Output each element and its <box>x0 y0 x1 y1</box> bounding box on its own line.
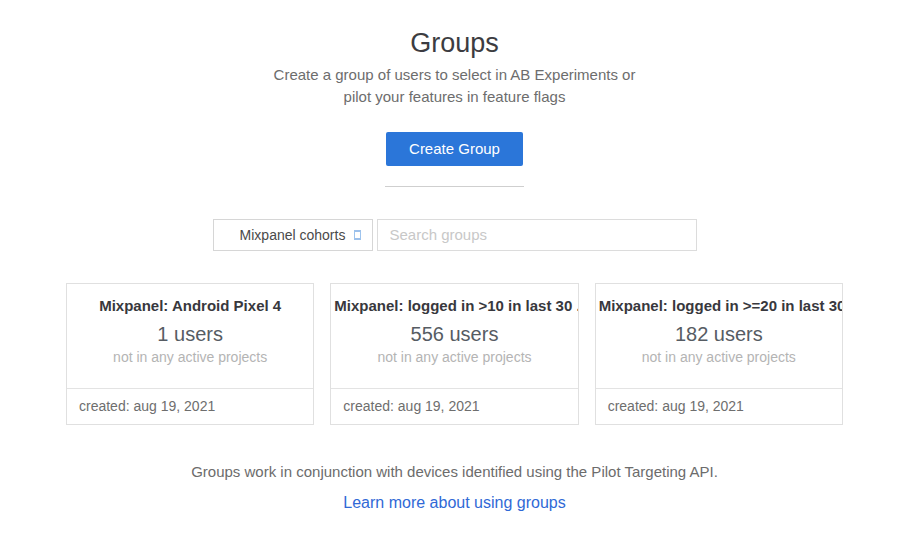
section-divider <box>385 186 524 187</box>
group-card-projects-status: not in any active projects <box>596 349 842 365</box>
group-card-users-count: 182 users <box>596 323 842 346</box>
group-cards-row: Mixpanel: Android Pixel 4 1 users not in… <box>66 283 843 425</box>
group-card-title: Mixpanel: logged in >10 in last 30 ... <box>331 297 577 314</box>
group-card-projects-status: not in any active projects <box>67 349 313 365</box>
footer-link-container: Learn more about using groups <box>0 494 909 512</box>
cohort-source-dropdown[interactable]: Mixpanel cohorts <box>213 219 373 251</box>
group-card-title: Mixpanel: Android Pixel 4 <box>67 297 313 314</box>
group-card-users-count: 556 users <box>331 323 577 346</box>
group-card-body: Mixpanel: logged in >10 in last 30 ... 5… <box>331 284 577 388</box>
groups-info-text: Groups work in conjunction with devices … <box>0 463 909 480</box>
group-card-created-date: created: aug 19, 2021 <box>596 388 842 424</box>
search-groups-input[interactable] <box>377 219 697 251</box>
cohort-source-dropdown-value: Mixpanel cohorts <box>240 227 346 243</box>
learn-more-link[interactable]: Learn more about using groups <box>343 494 565 511</box>
group-card-title: Mixpanel: logged in >=20 in last 30... <box>596 297 842 314</box>
group-card-created-date: created: aug 19, 2021 <box>331 388 577 424</box>
page-title: Groups <box>0 28 909 59</box>
page-subtitle: Create a group of users to select in AB … <box>0 64 909 108</box>
group-card-body: Mixpanel: Android Pixel 4 1 users not in… <box>67 284 313 388</box>
create-group-button[interactable]: Create Group <box>386 132 523 166</box>
group-card[interactable]: Mixpanel: Android Pixel 4 1 users not in… <box>66 283 314 425</box>
filter-controls-row: Mixpanel cohorts <box>0 219 909 251</box>
group-card-body: Mixpanel: logged in >=20 in last 30... 1… <box>596 284 842 388</box>
page-subtitle-line2: pilot your features in feature flags <box>0 86 909 108</box>
dropdown-box-icon <box>354 230 361 239</box>
page-subtitle-line1: Create a group of users to select in AB … <box>0 64 909 86</box>
group-card-created-date: created: aug 19, 2021 <box>67 388 313 424</box>
group-card[interactable]: Mixpanel: logged in >10 in last 30 ... 5… <box>330 283 578 425</box>
group-card[interactable]: Mixpanel: logged in >=20 in last 30... 1… <box>595 283 843 425</box>
groups-page: Groups Create a group of users to select… <box>0 28 909 558</box>
group-card-users-count: 1 users <box>67 323 313 346</box>
group-card-projects-status: not in any active projects <box>331 349 577 365</box>
